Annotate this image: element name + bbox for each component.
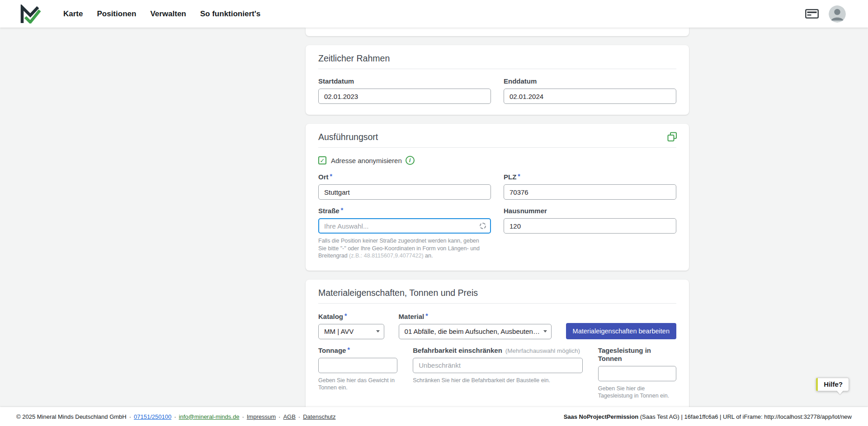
material-card-title: Materialeigenschaften, Tonnen und Preis xyxy=(318,287,676,303)
anonymize-label: Adresse anonymisieren xyxy=(331,157,402,164)
divider xyxy=(318,69,676,69)
nav-item-verwalten[interactable]: Verwalten xyxy=(150,9,186,19)
nav-links: Karte Positionen Verwalten So funktionie… xyxy=(63,9,260,19)
ort-field: Ort * xyxy=(318,173,491,200)
footer-left: © 2025 Mineral Minds Deutschland GmbH · … xyxy=(16,413,335,420)
tonnage-helper-text: Geben Sie hier das Gewicht in Tonnen ein… xyxy=(318,377,397,392)
footer-session-info: Saas NoProjectPermission (Saas Test AG) … xyxy=(564,413,852,420)
required-asterisk: * xyxy=(347,346,349,354)
mineral-minds-logo[interactable] xyxy=(20,5,41,23)
tagesleistung-helper-text: Geben Sie hier die Tagesleistung in Tonn… xyxy=(598,385,676,400)
footer-phone-link[interactable]: 07151/250100 xyxy=(134,413,171,420)
footer-agb-link[interactable]: AGB xyxy=(283,413,295,420)
edit-material-button[interactable]: Materialeigenschaften bearbeiten xyxy=(566,323,676,339)
tagesleistung-input[interactable] xyxy=(598,366,676,381)
required-asterisk: * xyxy=(425,312,428,320)
befahrbarkeit-label: Befahrbarkeit einschränken xyxy=(413,346,502,355)
katalog-label: Katalog xyxy=(318,313,343,321)
required-asterisk: * xyxy=(344,312,347,320)
startdatum-input[interactable] xyxy=(318,89,491,104)
plz-field: PLZ * xyxy=(504,173,676,200)
footer: © 2025 Mineral Minds Deutschland GmbH · … xyxy=(0,407,868,426)
card-zeitlicher-rahmen: Zeitlicher Rahmen Startdatum Enddatum xyxy=(306,45,689,115)
strasse-helper-text: Falls die Position keiner Straße zugeord… xyxy=(318,237,491,260)
footer-datenschutz-link[interactable]: Datenschutz xyxy=(303,413,335,420)
divider xyxy=(318,303,676,304)
nav-item-karte[interactable]: Karte xyxy=(63,9,83,19)
card-ausfuehrungsort: Ausführungsort ✓ Adresse anonymisieren i… xyxy=(306,124,689,271)
befahrbarkeit-hint: (Mehrfachauswahl möglich) xyxy=(505,347,580,355)
material-row-1: Katalog * MM | AVV Material * 01 Abfälle… xyxy=(318,313,676,339)
befahrbarkeit-input[interactable] xyxy=(413,358,582,373)
avatar[interactable] xyxy=(829,5,846,23)
navbar-right xyxy=(805,5,846,23)
top-navbar: Karte Positionen Verwalten So funktionie… xyxy=(0,0,868,28)
plz-input[interactable] xyxy=(504,184,676,200)
required-asterisk: * xyxy=(518,172,520,180)
chevron-down-icon xyxy=(543,330,547,332)
anonymize-checkbox[interactable]: ✓ xyxy=(318,156,326,164)
befahrbarkeit-helper-text: Schränken Sie hier die Befahrbarkeit der… xyxy=(413,377,582,384)
copy-icon[interactable] xyxy=(667,132,677,142)
check-icon: ✓ xyxy=(320,157,325,164)
enddatum-label: Enddatum xyxy=(504,77,537,85)
strasse-input[interactable] xyxy=(318,218,491,234)
coordinates-example: (z.B.: 48.8115607,9.4077422) xyxy=(349,253,423,259)
material-select[interactable]: 01 Abfälle, die beim Aufsuchen, Ausbeute… xyxy=(399,324,552,339)
nav-item-so-funktionierts[interactable]: So funktioniert's xyxy=(200,9,260,19)
footer-email-link[interactable]: info@mineral-minds.de xyxy=(179,413,240,420)
footer-impressum-link[interactable]: Impressum xyxy=(247,413,276,420)
chevron-down-icon xyxy=(376,330,380,332)
befahrbarkeit-field: Befahrbarkeit einschränken (Mehrfachausw… xyxy=(413,346,582,400)
tonnage-input[interactable] xyxy=(318,358,397,373)
nav-item-positionen[interactable]: Positionen xyxy=(97,9,136,19)
startdatum-label: Startdatum xyxy=(318,77,354,85)
divider xyxy=(318,147,676,148)
tagesleistung-label: Tagesleistung in Tonnen xyxy=(598,346,676,363)
main-content: Zeitlicher Rahmen Startdatum Enddatum Au… xyxy=(306,28,689,426)
required-asterisk: * xyxy=(341,206,343,214)
time-card-title: Zeitlicher Rahmen xyxy=(318,52,676,69)
card-icon[interactable] xyxy=(805,9,819,19)
help-button[interactable]: Hilfe? xyxy=(816,378,849,391)
enddatum-field: Enddatum xyxy=(504,77,676,104)
katalog-select[interactable]: MM | AVV xyxy=(318,324,384,339)
ort-input[interactable] xyxy=(318,184,491,200)
location-card-title: Ausführungsort xyxy=(318,131,676,147)
scrolled-card-sliver xyxy=(306,28,689,36)
tonnage-label: Tonnage xyxy=(318,346,346,355)
footer-copyright: © 2025 Mineral Minds Deutschland GmbH xyxy=(16,413,127,420)
katalog-field: Katalog * MM | AVV xyxy=(318,313,384,339)
plz-label: PLZ xyxy=(504,173,516,181)
material-field: Material * 01 Abfälle, die beim Aufsuche… xyxy=(399,313,552,339)
footer-session-bold: Saas NoProjectPermission xyxy=(564,413,638,420)
ort-label: Ort xyxy=(318,173,329,181)
required-asterisk: * xyxy=(330,172,332,180)
startdatum-field: Startdatum xyxy=(318,77,491,104)
hausnummer-field: Hausnummer xyxy=(504,207,676,260)
hausnummer-input[interactable] xyxy=(504,218,676,234)
enddatum-input[interactable] xyxy=(504,89,676,104)
logo-m-icon xyxy=(20,5,41,23)
hausnummer-label: Hausnummer xyxy=(504,207,547,215)
material-row-2: Tonnage * Geben Sie hier das Gewicht in … xyxy=(318,346,676,400)
tonnage-field: Tonnage * Geben Sie hier das Gewicht in … xyxy=(318,346,397,400)
card-materialeigenschaften: Materialeigenschaften, Tonnen und Preis … xyxy=(306,280,689,426)
help-bubble-tail xyxy=(837,391,843,394)
strasse-label: Straße xyxy=(318,207,340,215)
strasse-field: Straße * Falls die Position keiner Straß… xyxy=(318,207,491,260)
loading-spinner-icon xyxy=(480,223,486,229)
footer-session-rest: (Saas Test AG) | 16fae1ffc6a6 | URL of i… xyxy=(638,413,852,420)
info-icon[interactable]: i xyxy=(406,156,415,165)
tagesleistung-field: Tagesleistung in Tonnen Geben Sie hier d… xyxy=(598,346,676,400)
anonymize-row: ✓ Adresse anonymisieren i xyxy=(318,156,676,165)
user-icon xyxy=(829,5,846,23)
material-label: Material xyxy=(399,313,425,321)
